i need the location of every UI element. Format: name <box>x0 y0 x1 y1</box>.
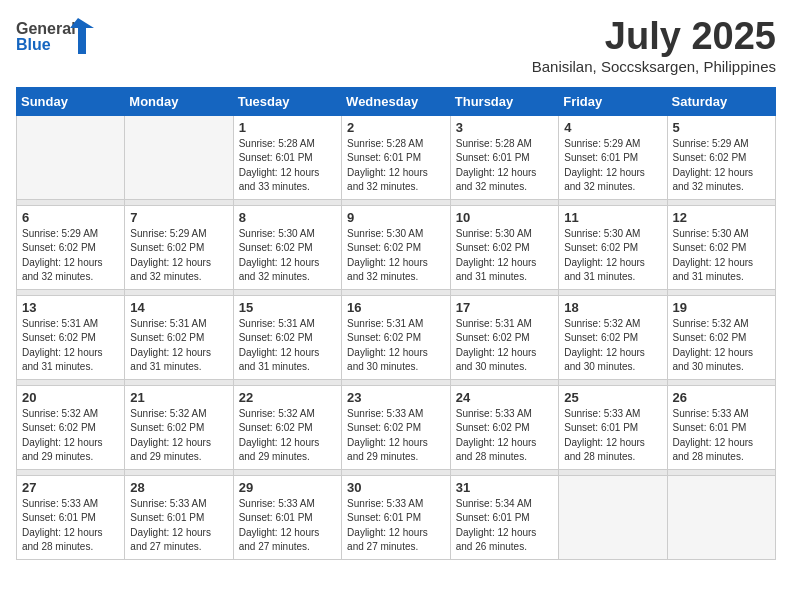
calendar-cell: 30Sunrise: 5:33 AM Sunset: 6:01 PM Dayli… <box>342 475 451 559</box>
day-number: 26 <box>673 390 771 405</box>
day-number: 24 <box>456 390 553 405</box>
day-number: 25 <box>564 390 661 405</box>
day-number: 22 <box>239 390 336 405</box>
day-info: Sunrise: 5:31 AM Sunset: 6:02 PM Dayligh… <box>239 317 336 375</box>
calendar-cell: 31Sunrise: 5:34 AM Sunset: 6:01 PM Dayli… <box>450 475 558 559</box>
day-number: 5 <box>673 120 771 135</box>
day-number: 3 <box>456 120 553 135</box>
logo-svg: GeneralBlue <box>16 16 96 56</box>
day-info: Sunrise: 5:33 AM Sunset: 6:01 PM Dayligh… <box>22 497 119 555</box>
day-info: Sunrise: 5:32 AM Sunset: 6:02 PM Dayligh… <box>564 317 661 375</box>
day-number: 10 <box>456 210 553 225</box>
day-number: 6 <box>22 210 119 225</box>
calendar-cell: 26Sunrise: 5:33 AM Sunset: 6:01 PM Dayli… <box>667 385 776 469</box>
week-row-2: 6Sunrise: 5:29 AM Sunset: 6:02 PM Daylig… <box>17 205 776 289</box>
day-info: Sunrise: 5:33 AM Sunset: 6:02 PM Dayligh… <box>347 407 445 465</box>
day-number: 11 <box>564 210 661 225</box>
day-info: Sunrise: 5:33 AM Sunset: 6:01 PM Dayligh… <box>564 407 661 465</box>
calendar-cell: 27Sunrise: 5:33 AM Sunset: 6:01 PM Dayli… <box>17 475 125 559</box>
week-row-5: 27Sunrise: 5:33 AM Sunset: 6:01 PM Dayli… <box>17 475 776 559</box>
day-number: 27 <box>22 480 119 495</box>
weekday-header-thursday: Thursday <box>450 87 558 115</box>
calendar-cell: 8Sunrise: 5:30 AM Sunset: 6:02 PM Daylig… <box>233 205 341 289</box>
calendar-cell: 15Sunrise: 5:31 AM Sunset: 6:02 PM Dayli… <box>233 295 341 379</box>
calendar-cell: 7Sunrise: 5:29 AM Sunset: 6:02 PM Daylig… <box>125 205 233 289</box>
calendar-cell <box>17 115 125 199</box>
day-info: Sunrise: 5:30 AM Sunset: 6:02 PM Dayligh… <box>456 227 553 285</box>
day-info: Sunrise: 5:28 AM Sunset: 6:01 PM Dayligh… <box>239 137 336 195</box>
day-number: 1 <box>239 120 336 135</box>
calendar-cell: 11Sunrise: 5:30 AM Sunset: 6:02 PM Dayli… <box>559 205 667 289</box>
subtitle: Banisilan, Soccsksargen, Philippines <box>532 58 776 75</box>
day-info: Sunrise: 5:29 AM Sunset: 6:02 PM Dayligh… <box>22 227 119 285</box>
day-info: Sunrise: 5:31 AM Sunset: 6:02 PM Dayligh… <box>347 317 445 375</box>
day-number: 20 <box>22 390 119 405</box>
calendar-cell: 19Sunrise: 5:32 AM Sunset: 6:02 PM Dayli… <box>667 295 776 379</box>
day-info: Sunrise: 5:29 AM Sunset: 6:02 PM Dayligh… <box>673 137 771 195</box>
main-title: July 2025 <box>532 16 776 58</box>
day-number: 16 <box>347 300 445 315</box>
calendar-cell: 20Sunrise: 5:32 AM Sunset: 6:02 PM Dayli… <box>17 385 125 469</box>
day-info: Sunrise: 5:32 AM Sunset: 6:02 PM Dayligh… <box>673 317 771 375</box>
day-number: 28 <box>130 480 227 495</box>
weekday-header-row: SundayMondayTuesdayWednesdayThursdayFrid… <box>17 87 776 115</box>
day-number: 17 <box>456 300 553 315</box>
day-number: 21 <box>130 390 227 405</box>
day-number: 29 <box>239 480 336 495</box>
day-info: Sunrise: 5:33 AM Sunset: 6:01 PM Dayligh… <box>239 497 336 555</box>
calendar-cell: 22Sunrise: 5:32 AM Sunset: 6:02 PM Dayli… <box>233 385 341 469</box>
svg-text:Blue: Blue <box>16 36 51 53</box>
calendar-cell: 23Sunrise: 5:33 AM Sunset: 6:02 PM Dayli… <box>342 385 451 469</box>
week-row-1: 1Sunrise: 5:28 AM Sunset: 6:01 PM Daylig… <box>17 115 776 199</box>
day-info: Sunrise: 5:33 AM Sunset: 6:02 PM Dayligh… <box>456 407 553 465</box>
day-info: Sunrise: 5:29 AM Sunset: 6:02 PM Dayligh… <box>130 227 227 285</box>
logo[interactable]: GeneralBlue <box>16 16 96 56</box>
day-number: 9 <box>347 210 445 225</box>
title-block: July 2025 Banisilan, Soccsksargen, Phili… <box>532 16 776 75</box>
calendar-table: SundayMondayTuesdayWednesdayThursdayFrid… <box>16 87 776 560</box>
day-info: Sunrise: 5:32 AM Sunset: 6:02 PM Dayligh… <box>130 407 227 465</box>
day-number: 30 <box>347 480 445 495</box>
weekday-header-tuesday: Tuesday <box>233 87 341 115</box>
day-number: 4 <box>564 120 661 135</box>
calendar-cell: 18Sunrise: 5:32 AM Sunset: 6:02 PM Dayli… <box>559 295 667 379</box>
day-info: Sunrise: 5:32 AM Sunset: 6:02 PM Dayligh… <box>22 407 119 465</box>
day-number: 13 <box>22 300 119 315</box>
calendar-cell: 25Sunrise: 5:33 AM Sunset: 6:01 PM Dayli… <box>559 385 667 469</box>
weekday-header-saturday: Saturday <box>667 87 776 115</box>
day-info: Sunrise: 5:33 AM Sunset: 6:01 PM Dayligh… <box>347 497 445 555</box>
weekday-header-sunday: Sunday <box>17 87 125 115</box>
day-info: Sunrise: 5:30 AM Sunset: 6:02 PM Dayligh… <box>239 227 336 285</box>
day-info: Sunrise: 5:30 AM Sunset: 6:02 PM Dayligh… <box>347 227 445 285</box>
weekday-header-wednesday: Wednesday <box>342 87 451 115</box>
calendar-cell: 4Sunrise: 5:29 AM Sunset: 6:01 PM Daylig… <box>559 115 667 199</box>
day-number: 19 <box>673 300 771 315</box>
calendar-cell: 14Sunrise: 5:31 AM Sunset: 6:02 PM Dayli… <box>125 295 233 379</box>
calendar-cell: 5Sunrise: 5:29 AM Sunset: 6:02 PM Daylig… <box>667 115 776 199</box>
day-info: Sunrise: 5:31 AM Sunset: 6:02 PM Dayligh… <box>130 317 227 375</box>
day-number: 8 <box>239 210 336 225</box>
day-info: Sunrise: 5:29 AM Sunset: 6:01 PM Dayligh… <box>564 137 661 195</box>
page-header: GeneralBlue July 2025 Banisilan, Soccsks… <box>16 16 776 75</box>
calendar-cell: 2Sunrise: 5:28 AM Sunset: 6:01 PM Daylig… <box>342 115 451 199</box>
svg-text:General: General <box>16 20 76 37</box>
calendar-cell: 6Sunrise: 5:29 AM Sunset: 6:02 PM Daylig… <box>17 205 125 289</box>
calendar-cell: 29Sunrise: 5:33 AM Sunset: 6:01 PM Dayli… <box>233 475 341 559</box>
calendar-cell: 3Sunrise: 5:28 AM Sunset: 6:01 PM Daylig… <box>450 115 558 199</box>
calendar-cell: 28Sunrise: 5:33 AM Sunset: 6:01 PM Dayli… <box>125 475 233 559</box>
day-number: 18 <box>564 300 661 315</box>
day-info: Sunrise: 5:33 AM Sunset: 6:01 PM Dayligh… <box>673 407 771 465</box>
calendar-cell: 13Sunrise: 5:31 AM Sunset: 6:02 PM Dayli… <box>17 295 125 379</box>
day-info: Sunrise: 5:33 AM Sunset: 6:01 PM Dayligh… <box>130 497 227 555</box>
day-number: 12 <box>673 210 771 225</box>
calendar-cell <box>667 475 776 559</box>
day-number: 23 <box>347 390 445 405</box>
calendar-cell: 12Sunrise: 5:30 AM Sunset: 6:02 PM Dayli… <box>667 205 776 289</box>
week-row-3: 13Sunrise: 5:31 AM Sunset: 6:02 PM Dayli… <box>17 295 776 379</box>
calendar-cell: 24Sunrise: 5:33 AM Sunset: 6:02 PM Dayli… <box>450 385 558 469</box>
day-info: Sunrise: 5:31 AM Sunset: 6:02 PM Dayligh… <box>22 317 119 375</box>
day-info: Sunrise: 5:30 AM Sunset: 6:02 PM Dayligh… <box>673 227 771 285</box>
day-number: 7 <box>130 210 227 225</box>
day-info: Sunrise: 5:31 AM Sunset: 6:02 PM Dayligh… <box>456 317 553 375</box>
calendar-cell: 16Sunrise: 5:31 AM Sunset: 6:02 PM Dayli… <box>342 295 451 379</box>
